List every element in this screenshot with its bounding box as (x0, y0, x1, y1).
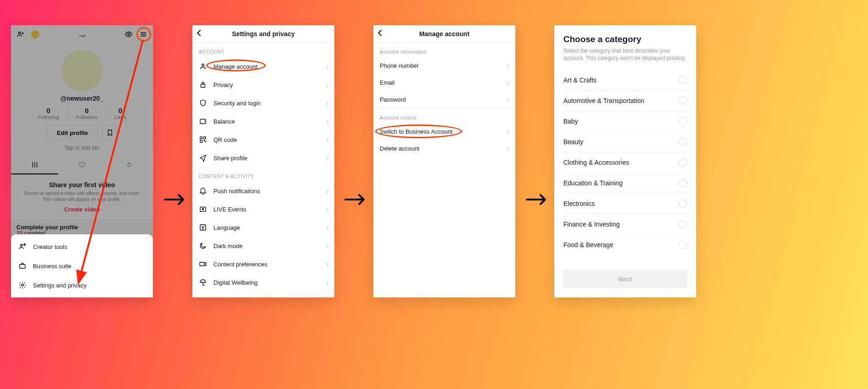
stat-followers[interactable]: 0 Followers (67, 107, 106, 120)
next-button[interactable]: Next (563, 270, 687, 288)
category-option[interactable]: Education & Training (563, 173, 687, 194)
svg-point-17 (202, 209, 204, 210)
radio-icon (679, 158, 687, 167)
row-qr[interactable]: QR code (192, 130, 334, 149)
avatar[interactable] (61, 50, 103, 91)
row-live[interactable]: LIVE Events (192, 200, 334, 218)
radio-icon (679, 241, 687, 249)
chevron-right-icon (506, 128, 509, 135)
svg-rect-7 (20, 265, 25, 268)
back-button[interactable] (379, 29, 383, 37)
category-option[interactable]: Art & Crafts (563, 70, 687, 91)
chevron-right-icon (506, 96, 509, 103)
share-icon (199, 154, 207, 162)
flow-arrow-icon (164, 192, 187, 210)
sheet-business-suite[interactable]: Business suite (11, 256, 153, 276)
stat-likes[interactable]: 0 Likes (106, 107, 135, 120)
stat-following[interactable]: 0 Following (29, 107, 67, 120)
row-dark[interactable]: Dark mode (192, 237, 334, 255)
briefcase-icon (18, 262, 27, 270)
page-title: Manage account (419, 30, 469, 38)
category-option[interactable]: Beauty (563, 132, 687, 152)
manage-account-screen: Manage account Account information Phone… (373, 25, 515, 297)
section-account-control: Account control (373, 108, 515, 123)
hamburger-menu-icon[interactable] (139, 30, 147, 38)
add-user-icon[interactable] (16, 30, 25, 38)
radio-icon (679, 220, 687, 228)
row-delete-account[interactable]: Delete account (373, 140, 515, 157)
chevron-right-icon (325, 81, 328, 88)
chevron-right-icon (506, 62, 509, 69)
header: Manage account (373, 25, 515, 43)
category-option[interactable]: Clothing & Accessories (563, 152, 687, 173)
language-icon (199, 223, 207, 232)
bell-icon (199, 187, 207, 195)
qr-icon (199, 135, 207, 144)
sheet-settings-privacy[interactable]: Settings and privacy (11, 276, 153, 295)
account-switcher[interactable]: . (79, 31, 85, 38)
svg-point-6 (21, 244, 23, 247)
row-wellbeing[interactable]: Digital Wellbeing (192, 273, 334, 292)
edit-profile-button[interactable]: Edit profile (46, 125, 98, 140)
gear-icon (18, 281, 27, 289)
category-option[interactable]: Finance & Investing (563, 214, 687, 235)
row-push[interactable]: Push notifications (192, 182, 334, 200)
tab-grid[interactable] (11, 157, 58, 174)
chevron-right-icon (325, 206, 328, 213)
chevron-right-icon (325, 279, 328, 286)
svg-point-10 (202, 64, 204, 66)
umbrella-icon (199, 278, 207, 286)
svg-rect-13 (200, 137, 202, 139)
svg-point-8 (22, 284, 24, 286)
bookmark-button[interactable] (102, 125, 118, 140)
row-email[interactable]: Email (373, 74, 515, 91)
row-privacy[interactable]: Privacy (192, 76, 334, 94)
row-manage-account[interactable]: Manage account (192, 57, 334, 76)
home-heart-icon (199, 297, 207, 297)
back-button[interactable] (198, 29, 202, 37)
row-balance[interactable]: Balance (192, 112, 334, 130)
chevron-right-icon (325, 224, 328, 231)
row-security[interactable]: Security and login (192, 94, 334, 112)
header: Settings and privacy (192, 25, 334, 43)
row-share-profile[interactable]: Share profile (192, 149, 334, 167)
add-bio[interactable]: Tap to add bio (11, 145, 153, 151)
section-content: CONTENT & ACTIVITY (192, 167, 334, 182)
create-video-link[interactable]: Create video (20, 206, 144, 213)
row-language[interactable]: Language (192, 218, 334, 237)
sparkle-user-icon (18, 243, 27, 251)
category-option[interactable]: Electronics (563, 194, 687, 214)
chevron-right-icon (506, 79, 509, 86)
profile-screen: . @newuser20_ 0 Following (11, 25, 153, 297)
category-option[interactable]: Baby (563, 111, 687, 132)
radio-icon (679, 200, 687, 208)
sheet-creator-tools[interactable]: Creator tools (11, 237, 153, 256)
radio-icon (679, 97, 687, 105)
svg-rect-15 (200, 140, 202, 143)
radio-icon (679, 179, 687, 187)
chevron-right-icon (325, 297, 328, 298)
chevron-right-icon (325, 243, 328, 249)
coin-icon[interactable] (31, 30, 39, 38)
row-phone[interactable]: Phone number (373, 57, 515, 74)
category-option[interactable]: Food & Beverage (563, 235, 687, 255)
row-content-pref[interactable]: Content preferences (192, 255, 334, 273)
hamburger-sheet: Creator tools Business suite Settings an… (11, 234, 153, 297)
row-switch-business[interactable]: Switch to Business Account (373, 123, 515, 140)
user-icon (199, 62, 207, 70)
page-title: Settings and privacy (232, 30, 295, 38)
lock-icon (199, 81, 207, 89)
section-account-info: Account information (373, 43, 515, 57)
tab-liked[interactable] (58, 157, 105, 174)
tab-private[interactable] (106, 157, 153, 174)
eye-icon[interactable] (125, 30, 133, 38)
category-option[interactable]: Automotive & Transportation (563, 91, 687, 111)
chevron-right-icon (325, 188, 328, 194)
svg-rect-19 (200, 262, 204, 266)
radio-icon (679, 76, 687, 84)
share-first-video: Share your first video Record or upload … (11, 175, 153, 216)
moon-icon (199, 242, 207, 250)
profile-tabs (11, 157, 153, 175)
row-password[interactable]: Password (373, 91, 515, 108)
row-family[interactable]: Family Pairing (192, 292, 334, 297)
